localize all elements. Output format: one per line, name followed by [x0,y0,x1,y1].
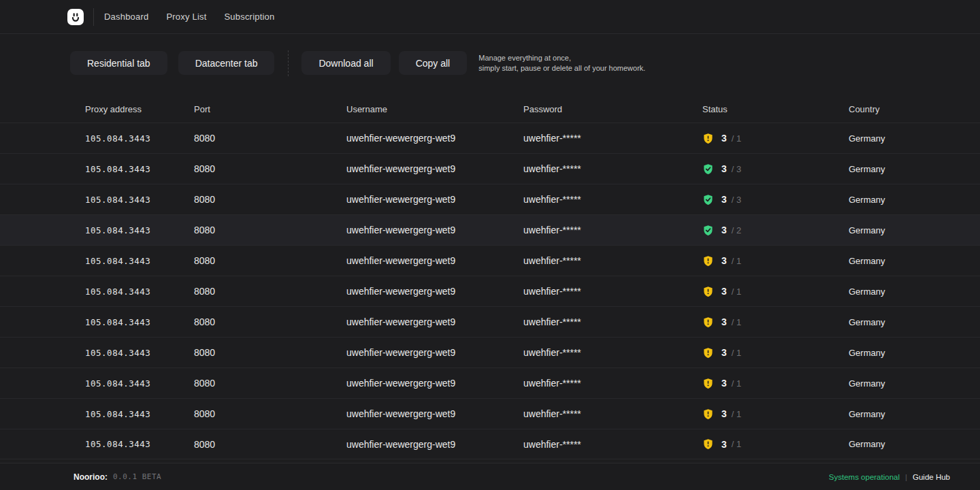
proxy-address-cell: 105.084.3443 [85,348,194,358]
copy-all-button[interactable]: Copy all [399,51,468,75]
country-cell: Germany [849,133,980,144]
country-cell: Germany [849,439,980,449]
table-row[interactable]: 105.084.3443 8080 uwehfier-wewergerg-wet… [0,153,980,184]
table-row[interactable]: 105.084.3443 8080 uwehfier-wewergerg-wet… [0,306,980,337]
country-cell: Germany [849,164,980,174]
status-active-count: 3 [721,316,727,327]
warning-shield-icon [702,408,714,420]
systems-operational-status[interactable]: Systems operational [829,473,900,481]
username-cell: uwehfier-wewergerg-wet9 [346,225,523,235]
top-nav: Dashboard Proxy List Subscription [0,0,980,34]
username-cell: uwehfier-wewergerg-wet9 [346,255,523,266]
toolbar-caption-line2: simply start, pause or delete all of you… [478,63,645,74]
table-row[interactable]: 105.084.3443 8080 uwehfier-wewergerg-wet… [0,398,980,429]
username-cell: uwehfier-wewergerg-wet9 [346,286,523,297]
download-all-button[interactable]: Download all [301,51,390,75]
nav-link-proxy-list[interactable]: Proxy List [166,12,206,22]
status-cell: 3 / 1 [702,255,849,267]
nav-link-subscription[interactable]: Subscription [224,12,274,22]
guide-hub-link[interactable]: Guide Hub [913,473,950,481]
port-cell: 8080 [194,255,346,266]
status-total-count: / 3 [732,164,741,174]
password-cell: uwehfier-***** [523,347,702,358]
status-total-count: / 2 [732,225,741,235]
status-total-count: / 1 [732,409,741,419]
status-active-count: 3 [721,439,727,450]
status-cell: 3 / 3 [702,163,849,175]
password-cell: uwehfier-***** [523,194,702,205]
proxy-address-cell: 105.084.3443 [85,378,194,389]
proxy-address-cell: 105.084.3443 [85,164,194,174]
password-cell: uwehfier-***** [523,408,702,419]
status-total-count: / 1 [732,439,741,449]
proxy-address-cell: 105.084.3443 [85,317,194,327]
table-row[interactable]: 105.084.3443 8080 uwehfier-wewergerg-wet… [0,368,980,398]
status-active-count: 3 [721,378,727,389]
brand-name: Noorioo: [74,472,108,482]
table-row[interactable]: 105.084.3443 8080 uwehfier-wewergerg-wet… [0,337,980,368]
country-cell: Germany [849,225,980,235]
column-header-proxy-address: Proxy address [85,104,194,114]
nav-link-dashboard[interactable]: Dashboard [104,12,148,22]
status-total-count: / 1 [732,378,741,389]
proxy-address-cell: 105.084.3443 [85,409,194,419]
country-cell: Germany [849,378,980,389]
status-total-count: / 1 [732,348,741,358]
table-row[interactable]: 105.084.3443 8080 uwehfier-wewergerg-wet… [0,122,980,153]
username-cell: uwehfier-wewergerg-wet9 [346,378,523,389]
table-row[interactable]: 105.084.3443 8080 uwehfier-wewergerg-wet… [0,276,980,306]
status-total-count: / 3 [732,195,741,205]
datacenter-tab-button[interactable]: Datacenter tab [178,51,275,75]
status-active-count: 3 [721,347,727,358]
status-total-count: / 1 [732,133,741,144]
username-cell: uwehfier-wewergerg-wet9 [346,133,523,144]
warning-shield-icon [702,255,714,267]
password-cell: uwehfier-***** [523,286,702,297]
column-header-status: Status [702,104,849,114]
password-cell: uwehfier-***** [523,163,702,174]
port-cell: 8080 [194,378,346,389]
table-row[interactable]: 105.084.3443 8080 uwehfier-wewergerg-wet… [0,245,980,276]
toolbar-caption-line1: Manage everything at once, [478,53,645,63]
footer-status-block: Systems operational | Guide Hub [829,473,950,481]
footer: Noorioo: 0.0.1 BETA Systems operational … [0,463,980,490]
status-cell: 3 / 1 [702,133,849,144]
port-cell: 8080 [194,347,346,358]
password-cell: uwehfier-***** [523,378,702,389]
password-cell: uwehfier-***** [523,439,702,450]
status-active-count: 3 [721,255,727,266]
country-cell: Germany [849,256,980,266]
warning-shield-icon [702,347,714,359]
status-cell: 3 / 1 [702,408,849,420]
table-row[interactable]: 105.084.3443 8080 uwehfier-wewergerg-wet… [0,214,980,245]
status-cell: 3 / 1 [702,438,849,450]
residential-tab-button[interactable]: Residential tab [70,51,167,75]
port-cell: 8080 [194,194,346,205]
table-row[interactable]: 105.084.3443 8080 uwehfier-wewergerg-wet… [0,184,980,214]
username-cell: uwehfier-wewergerg-wet9 [346,163,523,174]
password-cell: uwehfier-***** [523,316,702,327]
port-cell: 8080 [194,286,346,297]
table-body: 105.084.3443 8080 uwehfier-wewergerg-wet… [0,122,980,459]
status-active-count: 3 [721,163,727,174]
footer-brand-block: Noorioo: 0.0.1 BETA [74,472,161,482]
nav-divider [93,8,94,26]
port-cell: 8080 [194,316,346,327]
country-cell: Germany [849,409,980,419]
password-cell: uwehfier-***** [523,133,702,144]
warning-shield-icon [702,316,714,328]
username-cell: uwehfier-wewergerg-wet9 [346,347,523,358]
version-badge: 0.0.1 BETA [113,472,161,481]
port-cell: 8080 [194,439,346,450]
status-cell: 3 / 1 [702,347,849,359]
status-active-count: 3 [721,408,727,419]
proxy-address-cell: 105.084.3443 [85,195,194,205]
country-cell: Germany [849,348,980,358]
proxy-address-cell: 105.084.3443 [85,256,194,266]
ok-shield-icon [702,225,714,236]
column-header-port: Port [194,104,346,114]
table-row[interactable]: 105.084.3443 8080 uwehfier-wewergerg-wet… [0,429,980,459]
noorioo-logo-icon[interactable] [67,9,84,25]
port-cell: 8080 [194,408,346,419]
status-active-count: 3 [721,133,727,144]
